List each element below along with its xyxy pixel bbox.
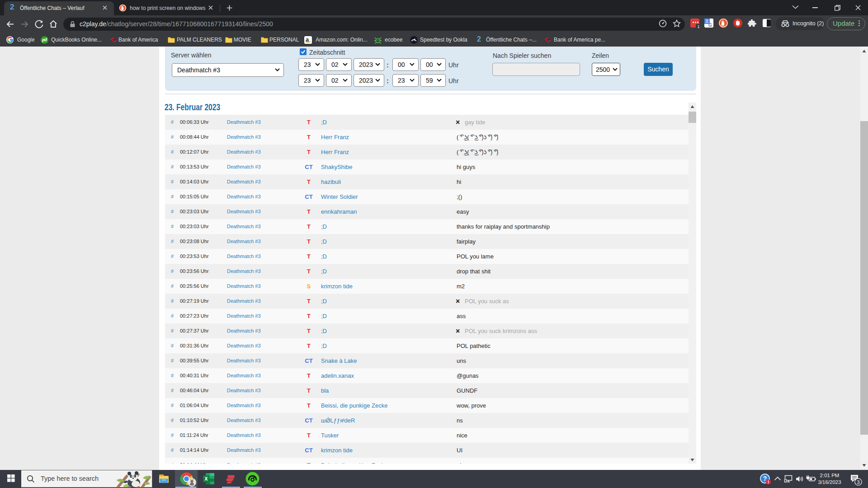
svg-text:3: 3 [857,479,859,485]
